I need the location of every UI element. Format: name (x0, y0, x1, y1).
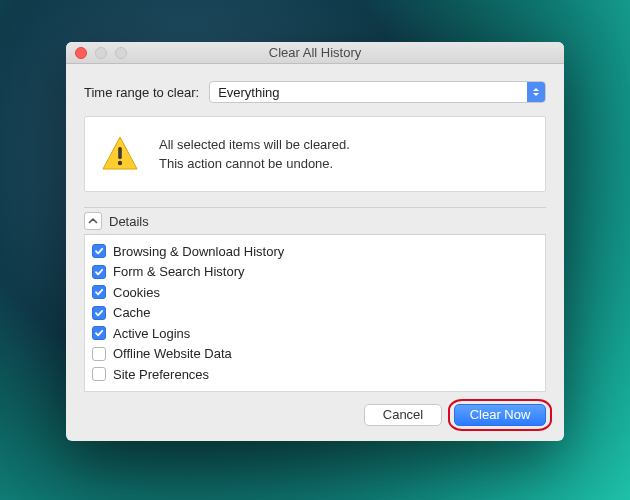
check-icon (94, 287, 104, 297)
time-range-row: Time range to clear: Everything (84, 81, 546, 103)
dialog-window: Clear All History Time range to clear: E… (66, 42, 564, 441)
traffic-lights (66, 47, 127, 59)
checkbox[interactable] (92, 347, 106, 361)
close-icon[interactable] (75, 47, 87, 59)
button-row: Cancel Clear Now (84, 404, 546, 426)
list-item: Cookies (92, 282, 538, 303)
check-icon (94, 267, 104, 277)
list-item: Form & Search History (92, 262, 538, 283)
minimize-icon (95, 47, 107, 59)
details-header: Details (84, 207, 546, 235)
dialog-content: Time range to clear: Everything All sele… (66, 64, 564, 441)
warning-line-1: All selected items will be cleared. (159, 135, 350, 155)
check-icon (94, 308, 104, 318)
svg-point-1 (118, 161, 122, 165)
chevron-up-icon (88, 216, 98, 226)
checkbox[interactable] (92, 265, 106, 279)
time-range-value: Everything (218, 85, 279, 100)
select-stepper-icon (527, 82, 545, 102)
list-item: Site Preferences (92, 364, 538, 385)
checkbox-label[interactable]: Offline Website Data (113, 346, 232, 361)
details-list: Browsing & Download HistoryForm & Search… (84, 235, 546, 392)
warning-line-2: This action cannot be undone. (159, 154, 350, 174)
warning-text: All selected items will be cleared. This… (159, 135, 350, 174)
time-range-select[interactable]: Everything (209, 81, 546, 103)
svg-rect-0 (118, 147, 122, 159)
window-title: Clear All History (66, 45, 564, 60)
disclosure-toggle[interactable] (84, 212, 102, 230)
checkbox-label[interactable]: Form & Search History (113, 264, 244, 279)
list-item: Cache (92, 303, 538, 324)
check-icon (94, 328, 104, 338)
checkbox-label[interactable]: Site Preferences (113, 367, 209, 382)
warning-icon (99, 133, 141, 175)
checkbox-label[interactable]: Cookies (113, 285, 160, 300)
clear-now-button[interactable]: Clear Now (454, 404, 546, 426)
list-item: Offline Website Data (92, 344, 538, 365)
titlebar: Clear All History (66, 42, 564, 64)
checkbox[interactable] (92, 306, 106, 320)
checkbox[interactable] (92, 285, 106, 299)
details-label: Details (109, 214, 149, 229)
check-icon (94, 246, 104, 256)
checkbox-label[interactable]: Cache (113, 305, 151, 320)
checkbox-label[interactable]: Browsing & Download History (113, 244, 284, 259)
cancel-button[interactable]: Cancel (364, 404, 442, 426)
checkbox-label[interactable]: Active Logins (113, 326, 190, 341)
list-item: Browsing & Download History (92, 241, 538, 262)
time-range-label: Time range to clear: (84, 85, 199, 100)
warning-panel: All selected items will be cleared. This… (84, 116, 546, 192)
list-item: Active Logins (92, 323, 538, 344)
zoom-icon (115, 47, 127, 59)
clear-now-highlight: Clear Now (454, 404, 546, 426)
checkbox[interactable] (92, 367, 106, 381)
checkbox[interactable] (92, 244, 106, 258)
checkbox[interactable] (92, 326, 106, 340)
